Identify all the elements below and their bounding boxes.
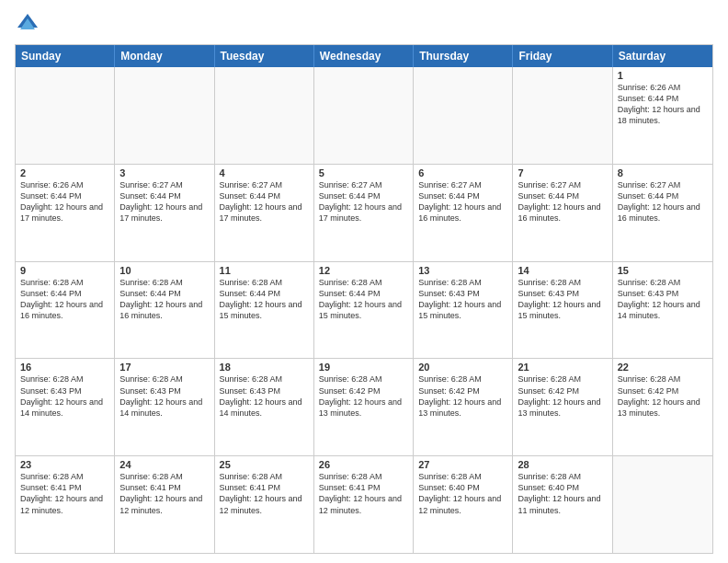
day-cell-21: 21Sunrise: 6:28 AMSunset: 6:42 PMDayligh… (513, 359, 612, 455)
day-number: 16 (20, 362, 109, 373)
logo-icon (15, 11, 40, 37)
cell-info: Sunrise: 6:28 AMSunset: 6:41 PMDaylight:… (20, 471, 109, 516)
page: SundayMondayTuesdayWednesdayThursdayFrid… (0, 0, 728, 563)
empty-cell-0-1 (115, 67, 214, 164)
weekday-header-friday: Friday (513, 45, 612, 67)
calendar: SundayMondayTuesdayWednesdayThursdayFrid… (15, 44, 713, 554)
day-number: 12 (319, 265, 408, 276)
empty-cell-0-5 (513, 67, 612, 164)
cell-info: Sunrise: 6:28 AMSunset: 6:42 PMDaylight:… (418, 373, 507, 419)
day-cell-20: 20Sunrise: 6:28 AMSunset: 6:42 PMDayligh… (414, 359, 513, 455)
day-cell-7: 7Sunrise: 6:27 AMSunset: 6:44 PMDaylight… (513, 165, 612, 261)
day-cell-1: 1Sunrise: 6:26 AMSunset: 6:44 PMDaylight… (613, 67, 712, 164)
cell-info: Sunrise: 6:28 AMSunset: 6:42 PMDaylight:… (618, 373, 708, 419)
day-cell-26: 26Sunrise: 6:28 AMSunset: 6:41 PMDayligh… (314, 456, 414, 553)
day-cell-18: 18Sunrise: 6:28 AMSunset: 6:43 PMDayligh… (215, 359, 314, 455)
day-cell-14: 14Sunrise: 6:28 AMSunset: 6:43 PMDayligh… (513, 262, 612, 359)
cell-info: Sunrise: 6:28 AMSunset: 6:41 PMDaylight:… (119, 471, 209, 516)
cell-info: Sunrise: 6:27 AMSunset: 6:44 PMDaylight:… (319, 179, 408, 224)
calendar-row-2: 2Sunrise: 6:26 AMSunset: 6:44 PMDaylight… (16, 164, 712, 261)
weekday-header-saturday: Saturday (613, 45, 712, 67)
empty-cell-0-0 (16, 67, 115, 164)
day-number: 7 (518, 167, 607, 178)
cell-info: Sunrise: 6:28 AMSunset: 6:44 PMDaylight:… (20, 277, 109, 322)
day-cell-10: 10Sunrise: 6:28 AMSunset: 6:44 PMDayligh… (115, 262, 214, 359)
cell-info: Sunrise: 6:28 AMSunset: 6:43 PMDaylight:… (518, 277, 607, 322)
empty-cell-4-6 (613, 456, 712, 553)
cell-info: Sunrise: 6:28 AMSunset: 6:41 PMDaylight:… (220, 471, 309, 516)
cell-info: Sunrise: 6:27 AMSunset: 6:44 PMDaylight:… (119, 179, 209, 224)
weekday-header-sunday: Sunday (16, 45, 115, 67)
cell-info: Sunrise: 6:28 AMSunset: 6:42 PMDaylight:… (319, 373, 408, 419)
logo (15, 11, 44, 37)
day-number: 17 (119, 362, 209, 373)
cell-info: Sunrise: 6:26 AMSunset: 6:44 PMDaylight:… (20, 179, 109, 224)
day-number: 28 (518, 459, 607, 470)
day-cell-24: 24Sunrise: 6:28 AMSunset: 6:41 PMDayligh… (115, 456, 214, 553)
calendar-row-1: 1Sunrise: 6:26 AMSunset: 6:44 PMDaylight… (16, 67, 712, 164)
cell-info: Sunrise: 6:28 AMSunset: 6:43 PMDaylight:… (618, 277, 708, 322)
day-number: 24 (119, 459, 209, 470)
day-number: 4 (220, 167, 309, 178)
cell-info: Sunrise: 6:28 AMSunset: 6:42 PMDaylight:… (518, 373, 607, 419)
cell-info: Sunrise: 6:27 AMSunset: 6:44 PMDaylight:… (418, 179, 507, 224)
day-number: 19 (319, 362, 408, 373)
day-cell-17: 17Sunrise: 6:28 AMSunset: 6:43 PMDayligh… (115, 359, 214, 455)
cell-info: Sunrise: 6:28 AMSunset: 6:43 PMDaylight:… (119, 373, 209, 419)
day-number: 15 (618, 265, 708, 276)
day-number: 1 (618, 70, 708, 81)
day-number: 6 (418, 167, 507, 178)
weekday-header-thursday: Thursday (414, 45, 513, 67)
day-cell-27: 27Sunrise: 6:28 AMSunset: 6:40 PMDayligh… (414, 456, 513, 553)
day-number: 14 (518, 265, 607, 276)
weekday-header-tuesday: Tuesday (215, 45, 314, 67)
day-cell-19: 19Sunrise: 6:28 AMSunset: 6:42 PMDayligh… (314, 359, 414, 455)
day-number: 8 (618, 167, 708, 178)
cell-info: Sunrise: 6:27 AMSunset: 6:44 PMDaylight:… (518, 179, 607, 224)
day-cell-22: 22Sunrise: 6:28 AMSunset: 6:42 PMDayligh… (613, 359, 712, 455)
day-number: 21 (518, 362, 607, 373)
day-cell-8: 8Sunrise: 6:27 AMSunset: 6:44 PMDaylight… (613, 165, 712, 261)
day-number: 11 (220, 265, 309, 276)
day-cell-16: 16Sunrise: 6:28 AMSunset: 6:43 PMDayligh… (16, 359, 115, 455)
day-number: 10 (119, 265, 209, 276)
day-cell-25: 25Sunrise: 6:28 AMSunset: 6:41 PMDayligh… (215, 456, 314, 553)
cell-info: Sunrise: 6:28 AMSunset: 6:43 PMDaylight:… (418, 277, 507, 322)
day-cell-6: 6Sunrise: 6:27 AMSunset: 6:44 PMDaylight… (414, 165, 513, 261)
day-cell-23: 23Sunrise: 6:28 AMSunset: 6:41 PMDayligh… (16, 456, 115, 553)
day-cell-15: 15Sunrise: 6:28 AMSunset: 6:43 PMDayligh… (613, 262, 712, 359)
day-cell-5: 5Sunrise: 6:27 AMSunset: 6:44 PMDaylight… (314, 165, 414, 261)
calendar-row-3: 9Sunrise: 6:28 AMSunset: 6:44 PMDaylight… (16, 261, 712, 359)
weekday-header-wednesday: Wednesday (314, 45, 414, 67)
calendar-header: SundayMondayTuesdayWednesdayThursdayFrid… (16, 45, 712, 67)
day-cell-13: 13Sunrise: 6:28 AMSunset: 6:43 PMDayligh… (414, 262, 513, 359)
cell-info: Sunrise: 6:28 AMSunset: 6:43 PMDaylight:… (20, 373, 109, 419)
day-number: 25 (220, 459, 309, 470)
calendar-row-5: 23Sunrise: 6:28 AMSunset: 6:41 PMDayligh… (16, 455, 712, 553)
empty-cell-0-3 (314, 67, 414, 164)
day-cell-9: 9Sunrise: 6:28 AMSunset: 6:44 PMDaylight… (16, 262, 115, 359)
day-number: 3 (119, 167, 209, 178)
day-cell-3: 3Sunrise: 6:27 AMSunset: 6:44 PMDaylight… (115, 165, 214, 261)
empty-cell-0-4 (414, 67, 513, 164)
cell-info: Sunrise: 6:28 AMSunset: 6:44 PMDaylight:… (220, 277, 309, 322)
day-cell-4: 4Sunrise: 6:27 AMSunset: 6:44 PMDaylight… (215, 165, 314, 261)
day-number: 5 (319, 167, 408, 178)
day-number: 22 (618, 362, 708, 373)
day-cell-28: 28Sunrise: 6:28 AMSunset: 6:40 PMDayligh… (513, 456, 612, 553)
cell-info: Sunrise: 6:28 AMSunset: 6:40 PMDaylight:… (418, 471, 507, 516)
cell-info: Sunrise: 6:28 AMSunset: 6:43 PMDaylight:… (220, 373, 309, 419)
calendar-row-4: 16Sunrise: 6:28 AMSunset: 6:43 PMDayligh… (16, 358, 712, 455)
day-cell-11: 11Sunrise: 6:28 AMSunset: 6:44 PMDayligh… (215, 262, 314, 359)
cell-info: Sunrise: 6:28 AMSunset: 6:44 PMDaylight:… (319, 277, 408, 322)
day-number: 26 (319, 459, 408, 470)
empty-cell-0-2 (215, 67, 314, 164)
weekday-header-monday: Monday (115, 45, 214, 67)
day-number: 9 (20, 265, 109, 276)
day-number: 13 (418, 265, 507, 276)
day-number: 20 (418, 362, 507, 373)
calendar-body: 1Sunrise: 6:26 AMSunset: 6:44 PMDaylight… (16, 67, 712, 553)
day-number: 18 (220, 362, 309, 373)
cell-info: Sunrise: 6:28 AMSunset: 6:40 PMDaylight:… (518, 471, 607, 516)
header (15, 11, 713, 37)
